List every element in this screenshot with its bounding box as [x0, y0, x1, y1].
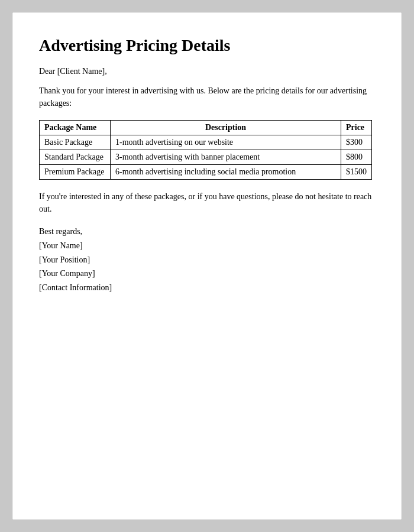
page-title: Advertising Pricing Details — [39, 36, 375, 55]
col-header-description: Description — [111, 121, 341, 135]
cell-package-name: Standard Package — [40, 150, 111, 165]
table-row: Basic Package1-month advertising on our … — [40, 135, 372, 150]
signature-line-2: [Your Name] — [39, 239, 375, 253]
cell-package-name: Premium Package — [40, 165, 111, 180]
cell-package-name: Basic Package — [40, 135, 111, 150]
closing-text: If you're interested in any of these pac… — [39, 190, 375, 215]
cell-price: $1500 — [341, 165, 372, 180]
col-header-price: Price — [341, 121, 372, 135]
cell-price: $300 — [341, 135, 372, 150]
cell-description: 3-month advertising with banner placemen… — [111, 150, 341, 165]
col-header-name: Package Name — [40, 121, 111, 135]
signature-line-3: [Your Position] — [39, 253, 375, 267]
intro-text: Thank you for your interest in advertisi… — [39, 85, 375, 109]
greeting-text: Dear [Client Name], — [39, 67, 375, 76]
signature-line-1: Best regards, — [39, 225, 375, 239]
cell-description: 6-month advertising including social med… — [111, 165, 341, 180]
pricing-table: Package Name Description Price Basic Pac… — [39, 120, 372, 180]
table-header-row: Package Name Description Price — [40, 121, 372, 135]
table-row: Premium Package6-month advertising inclu… — [40, 165, 372, 180]
signature-line-5: [Contact Information] — [39, 281, 375, 295]
signature-block: Best regards, [Your Name] [Your Position… — [39, 225, 375, 295]
signature-line-4: [Your Company] — [39, 267, 375, 281]
document-container: Advertising Pricing Details Dear [Client… — [12, 12, 402, 520]
cell-price: $800 — [341, 150, 372, 165]
cell-description: 1-month advertising on our website — [111, 135, 341, 150]
table-row: Standard Package3-month advertising with… — [40, 150, 372, 165]
